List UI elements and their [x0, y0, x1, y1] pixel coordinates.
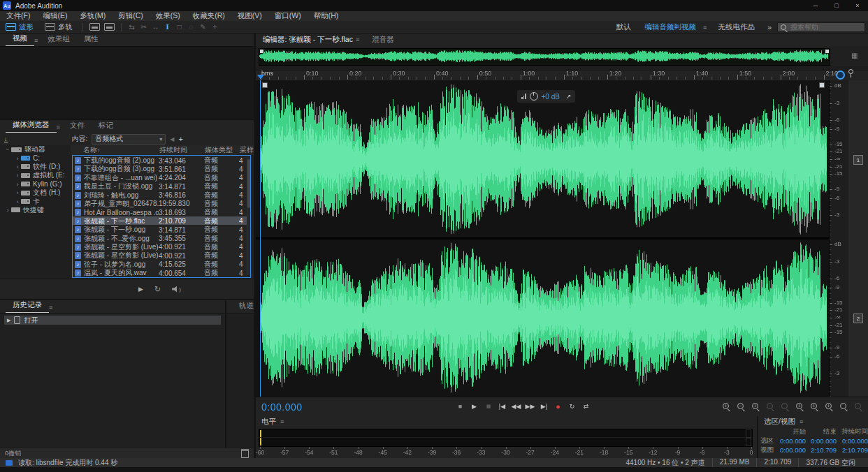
file-row[interactable]: ♪刘瑞琦 - 触电.ogg3:46.816音频4: [73, 191, 250, 199]
rewind-button[interactable]: ◀◀: [510, 401, 522, 412]
zoom-to-selection-button[interactable]: +: [825, 402, 833, 411]
menu-item[interactable]: 剪辑(C): [112, 11, 150, 21]
file-row[interactable]: ♪Hot Air Balloon-aespa .ogg3:18.693音频4: [73, 207, 250, 216]
menu-item[interactable]: 收藏夹(R): [187, 11, 231, 21]
tree-item-drives[interactable]: ›驱动器: [0, 145, 71, 154]
gain-knob-icon[interactable]: [530, 92, 538, 101]
file-row[interactable]: ♪张靓颖 - 星空剪影 (Live).ogg4:00.921音频4: [73, 251, 250, 259]
menu-item[interactable]: 视图(V): [231, 11, 268, 21]
tree-item-shortcuts[interactable]: ›快捷键: [0, 206, 71, 214]
record-button[interactable]: ●: [552, 401, 564, 412]
file-row[interactable]: ♪张靓颖 - 不..爱你.ogg3:45.355音频4: [73, 234, 250, 242]
metronome-monitor-icon[interactable]: [104, 23, 115, 31]
tab-editor[interactable]: 编辑器: 张靓颖 - 下一秒.flac: [256, 35, 356, 45]
zoom-out-time-button[interactable]: −: [766, 402, 774, 411]
file-row[interactable]: ♪弦子 - 以梦为名.ogg4:15.625音频4: [73, 260, 250, 268]
time-selection-tool[interactable]: I: [161, 23, 173, 31]
tree-item-drive[interactable]: ›虚拟机 (E:: [0, 171, 71, 179]
column-type[interactable]: 媒体类型: [205, 145, 240, 155]
move-tool[interactable]: ⇆: [126, 23, 138, 31]
workspace-button[interactable]: 无线电作品: [711, 22, 762, 32]
chevron-icon[interactable]: ›: [14, 189, 21, 196]
file-row[interactable]: ♪下载的ogg音频 (3).ogg3:51.861音频4: [73, 164, 250, 172]
menu-item[interactable]: 帮助(H): [308, 11, 345, 21]
stop-button[interactable]: ■: [454, 401, 466, 412]
selection-value[interactable]: 0:00.000: [775, 437, 806, 445]
list-scrollbar[interactable]: [247, 156, 250, 275]
tree-item-drive[interactable]: ›C:: [0, 154, 71, 162]
video-monitor-icon[interactable]: [89, 23, 100, 31]
skip-to-end-button[interactable]: ▶|: [538, 401, 550, 412]
zoom-to-out-point-button[interactable]: +: [810, 402, 818, 411]
chevron-icon[interactable]: ›: [14, 181, 21, 188]
menu-item[interactable]: 效果(S): [150, 11, 187, 21]
panel-menu-icon[interactable]: ≡: [356, 36, 362, 43]
file-row[interactable]: ♪不靠谱组合 - ...uan wei) .ogg4:24.204音频4: [73, 173, 250, 182]
chevron-icon[interactable]: ›: [4, 207, 11, 214]
chevron-icon[interactable]: ›: [14, 155, 21, 162]
zoom-lock-button[interactable]: [854, 402, 862, 411]
media-browser-tab[interactable]: 标记: [92, 119, 120, 133]
video-panel-tab[interactable]: 视频: [6, 32, 34, 46]
file-row[interactable]: ♪我是土豆 - 门没锁.ogg3:14.871音频4: [73, 182, 250, 190]
zoom-timer-button[interactable]: [839, 402, 848, 411]
chevron-icon[interactable]: ›: [14, 163, 21, 170]
back-icon[interactable]: ◀: [170, 136, 174, 142]
channel-2-badge[interactable]: 2: [853, 314, 863, 323]
selection-value[interactable]: 0:00.000: [775, 446, 806, 454]
loop-preview-button[interactable]: ↻: [154, 285, 161, 294]
zoom-reset-button[interactable]: [781, 402, 789, 411]
zoom-to-in-point-button[interactable]: +: [795, 402, 804, 411]
add-shortcut-icon[interactable]: +: [178, 135, 182, 143]
menu-item[interactable]: 窗口(W): [268, 11, 308, 21]
minimize-button[interactable]: ─: [805, 0, 826, 11]
waveform-canvas[interactable]: [256, 80, 829, 397]
panel-menu-icon[interactable]: ≡: [57, 124, 63, 133]
media-browser-tab[interactable]: 媒体浏览器: [6, 119, 57, 133]
file-row[interactable]: ♪张靓颖 - 星空剪影 (Live).flac4:00.921音频4: [73, 242, 250, 251]
panel-menu-icon[interactable]: ≡: [800, 418, 806, 425]
overview-right-handle[interactable]: [825, 50, 829, 53]
zoom-in-amplitude-button[interactable]: +: [722, 402, 730, 411]
file-row[interactable]: ♪下载的ogg音频 (2).ogg3:43.046音频4: [73, 156, 250, 164]
pause-button[interactable]: ▮▮: [482, 401, 494, 412]
auto-play-speaker-icon[interactable]: ): [172, 286, 181, 293]
file-row[interactable]: ♪弟子规_童声朗_026478.mp319:59.830音频4: [73, 199, 250, 207]
workspace-menu-icon[interactable]: ≡: [703, 24, 707, 31]
waveform-display[interactable]: +0 dB ↗ dB-3-6-9-15-21-∞-21-15-9-6-3dB-3…: [256, 80, 868, 397]
history-entry[interactable]: ▶打开: [4, 316, 221, 325]
channel-1-badge[interactable]: 1: [853, 155, 863, 165]
level-meter[interactable]: [259, 429, 753, 447]
menu-item[interactable]: 多轨(M): [73, 11, 112, 21]
zoom-in-time-button[interactable]: +: [751, 402, 760, 411]
chevron-icon[interactable]: ›: [14, 172, 21, 179]
video-panel-tab[interactable]: 属性: [77, 33, 106, 46]
slip-tool[interactable]: ↔: [150, 23, 161, 31]
video-panel-tab[interactable]: 效果组: [41, 33, 77, 46]
overview-left-handle[interactable]: [260, 50, 263, 53]
razor-tool[interactable]: ✂: [138, 23, 150, 31]
workspace-overflow-button[interactable]: »: [762, 23, 777, 31]
selection-value[interactable]: 0:00.000: [837, 437, 868, 445]
column-duration[interactable]: 持续时间: [159, 145, 205, 155]
selection-start-handle[interactable]: [262, 82, 268, 88]
preview-play-button[interactable]: ▶: [138, 286, 143, 293]
menu-item[interactable]: 编辑(E): [36, 11, 73, 21]
tree-item-drive[interactable]: ›软件 (D:): [0, 163, 71, 171]
tree-item-drive[interactable]: ›文档 (H:): [0, 189, 71, 197]
play-button[interactable]: ▶: [468, 401, 480, 412]
timeline-ruler[interactable]: hms 0:100:200:300:400:501:001:101:201:30…: [256, 66, 868, 81]
multitrack-view-button[interactable]: 多轨: [39, 21, 78, 33]
chevron-icon[interactable]: ›: [4, 146, 11, 153]
loop-playback-button[interactable]: ↻: [566, 401, 578, 412]
menu-item[interactable]: 文件(F): [0, 11, 36, 21]
trash-icon[interactable]: [241, 449, 249, 458]
fast-forward-button[interactable]: ▶▶: [524, 401, 536, 412]
playhead-line[interactable]: [260, 80, 261, 397]
panel-menu-icon[interactable]: ≡: [49, 304, 55, 313]
pin-icon[interactable]: [848, 69, 853, 78]
file-row[interactable]: ♪温岚 - 夏天的风.wav4:00.654音频4: [73, 268, 250, 276]
maximize-button[interactable]: □: [826, 0, 847, 11]
spectral-display-icon[interactable]: ▦: [851, 52, 858, 59]
media-browser-tab[interactable]: 文件: [63, 119, 92, 133]
